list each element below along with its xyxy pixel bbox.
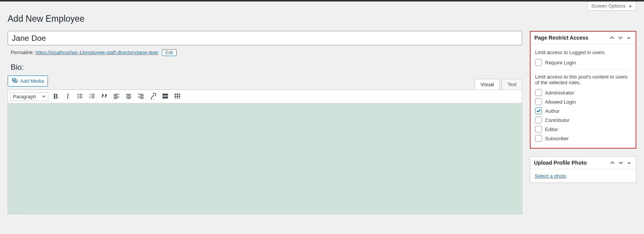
toggle-panel-icon[interactable]: [626, 160, 632, 166]
svg-rect-26: [164, 96, 166, 96]
upload-profile-photo-panel: Upload Profile Photo Select a photo: [530, 156, 636, 183]
svg-rect-33: [177, 96, 178, 97]
role-checkbox-author[interactable]: Author: [535, 107, 631, 114]
svg-rect-30: [177, 93, 178, 95]
post-title-input[interactable]: [8, 31, 522, 45]
role-label: Administrator: [545, 90, 574, 96]
svg-rect-29: [175, 93, 176, 95]
align-left-button[interactable]: [112, 91, 121, 101]
move-down-icon[interactable]: [618, 160, 624, 166]
svg-rect-16: [126, 94, 131, 95]
require-login-label: Require Login: [545, 60, 576, 66]
svg-rect-14: [114, 96, 119, 97]
editor-toolbar: Paragraph B I 123: [8, 90, 522, 103]
move-up-icon[interactable]: [609, 160, 615, 166]
italic-icon: I: [67, 93, 69, 101]
checkbox-icon: [535, 98, 542, 105]
restrict-panel-title: Page Restrict Access: [534, 35, 588, 41]
svg-rect-7: [91, 94, 94, 95]
permalink-row: Permalink: https://localhost/wp-1/employ…: [11, 49, 522, 56]
svg-rect-22: [138, 96, 143, 97]
permalink-label: Permalink:: [11, 50, 34, 55]
svg-rect-36: [177, 98, 178, 98]
role-label: Subscriber: [545, 136, 569, 141]
svg-rect-21: [140, 95, 143, 96]
tab-text[interactable]: Text: [502, 79, 522, 90]
photo-panel-title: Upload Profile Photo: [534, 160, 587, 166]
quote-icon: [101, 93, 108, 101]
svg-rect-13: [114, 95, 117, 96]
svg-rect-9: [91, 96, 94, 96]
svg-rect-12: [114, 94, 119, 95]
svg-rect-34: [179, 96, 180, 97]
numbered-list-icon: 123: [89, 93, 96, 101]
add-media-label: Add Media: [20, 78, 44, 84]
svg-rect-15: [114, 98, 117, 99]
checkbox-icon: [535, 117, 542, 123]
checkbox-icon: [535, 135, 542, 142]
add-media-button[interactable]: Add Media: [8, 75, 48, 87]
page-title: Add New Employee: [8, 14, 636, 24]
role-checkbox-contributor[interactable]: Contributor: [535, 117, 631, 123]
align-right-button[interactable]: [136, 91, 146, 101]
bold-icon: B: [53, 93, 58, 101]
svg-rect-23: [140, 98, 143, 99]
screen-options-label: Screen Options: [591, 3, 626, 9]
screen-options-button[interactable]: Screen Options ▼: [587, 2, 636, 11]
svg-rect-32: [175, 96, 176, 97]
svg-point-4: [77, 97, 78, 98]
role-label: Editor: [545, 127, 558, 132]
align-center-button[interactable]: [124, 91, 134, 101]
caret-down-icon: ▼: [628, 4, 632, 8]
edit-permalink-button[interactable]: Edit: [162, 49, 177, 56]
role-label: Author: [545, 108, 560, 114]
svg-rect-5: [79, 97, 82, 98]
svg-rect-31: [179, 93, 180, 95]
role-checkbox-allowed-login[interactable]: Allowed Login: [535, 98, 631, 105]
checkbox-icon: [535, 59, 542, 66]
tab-visual[interactable]: Visual: [475, 79, 499, 90]
editor-content-area[interactable]: [8, 103, 522, 214]
role-label: Contributor: [545, 117, 569, 123]
bold-button[interactable]: B: [51, 91, 61, 101]
blockquote-button[interactable]: [99, 91, 109, 101]
media-icon: [12, 77, 18, 85]
svg-rect-19: [127, 98, 131, 99]
svg-point-2: [77, 95, 78, 96]
numbered-list-button[interactable]: 123: [87, 91, 97, 101]
restrict-desc-2: Limit access to this post's content to u…: [535, 74, 631, 85]
role-label: Allowed Login: [545, 99, 576, 105]
bullet-list-icon: [77, 93, 83, 101]
svg-rect-24: [163, 93, 168, 95]
require-login-checkbox[interactable]: Require Login: [535, 59, 631, 66]
page-restrict-access-panel: Page Restrict Access Limit access to Log…: [530, 31, 636, 149]
bullet-list-button[interactable]: [75, 91, 85, 101]
read-more-icon: [162, 93, 169, 101]
permalink-slug: jane-doe/: [138, 50, 158, 55]
italic-button[interactable]: I: [63, 91, 73, 101]
toolbar-toggle-button[interactable]: [172, 91, 182, 101]
role-checkbox-subscriber[interactable]: Subscriber: [535, 135, 631, 142]
checkbox-icon: [535, 89, 542, 96]
checkbox-icon: [535, 107, 542, 114]
toggle-panel-icon[interactable]: [626, 35, 632, 41]
format-select[interactable]: Paragraph: [10, 92, 48, 101]
select-photo-link[interactable]: Select a photo: [535, 173, 566, 179]
svg-rect-18: [126, 96, 131, 97]
read-more-button[interactable]: [160, 91, 170, 101]
link-button[interactable]: [148, 91, 158, 101]
format-label: Paragraph: [13, 94, 36, 99]
move-up-icon[interactable]: [609, 35, 615, 41]
svg-rect-3: [79, 96, 82, 96]
svg-rect-37: [179, 98, 180, 98]
role-checkbox-editor[interactable]: Editor: [535, 126, 631, 133]
move-down-icon[interactable]: [617, 35, 623, 41]
role-checkbox-administrator[interactable]: Administrator: [535, 89, 631, 96]
restrict-desc-1: Limit access to Logged in users.: [535, 50, 631, 55]
svg-rect-1: [79, 94, 82, 95]
permalink-link[interactable]: https://localhost/wp-1/employee-staff-di…: [35, 50, 158, 55]
checkbox-icon: [535, 126, 542, 133]
svg-rect-11: [91, 97, 94, 98]
svg-rect-28: [163, 96, 168, 98]
editor: Paragraph B I 123: [8, 90, 522, 214]
